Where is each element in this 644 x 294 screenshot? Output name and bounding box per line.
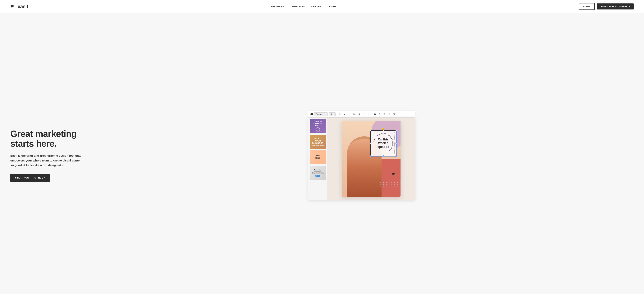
dot-decoration (400, 182, 400, 183)
template-panel: Join us for VINYASAYOGA BUILDYOURBUSINES… (308, 118, 327, 200)
editor-toolbar: Poppins 40 B I U Aa S ≡ ↕ 📷 ◎ ↻ A ⧉ (308, 111, 415, 118)
login-button[interactable]: LOGIN (579, 3, 595, 10)
logo[interactable]: easil (10, 4, 28, 9)
canvas-main: LISTEN & SUBSCRIBE • LISTEN & SUBSCRIBE … (327, 118, 415, 200)
dot-decoration (400, 186, 400, 186)
dot-decoration (388, 182, 390, 183)
hero-section: Great marketing starts here. Easil is th… (0, 13, 644, 294)
dot-decoration (383, 182, 384, 183)
template-yoga[interactable]: Join us for VINYASAYOGA (310, 119, 326, 133)
dot-decoration (388, 186, 390, 186)
logo-text: easil (18, 4, 28, 9)
copy-button[interactable]: ⧉ (392, 112, 396, 116)
dot-decoration (386, 186, 387, 186)
nav-pricing[interactable]: PRICING (311, 5, 321, 8)
italic-button[interactable]: I (343, 112, 346, 116)
navbar: easil FEATURES TEMPLATES PRICING LEARN L… (0, 0, 644, 13)
hero-copy: Great marketing starts here. Easil is th… (10, 129, 83, 182)
underline-button[interactable]: U (348, 112, 351, 116)
dot-decoration (380, 182, 381, 183)
hero-description: Easil is the drag-and-drop graphic desig… (10, 153, 83, 167)
strikethrough-button[interactable]: S (357, 112, 361, 116)
dot-decoration (400, 184, 400, 185)
font-case-button[interactable]: Aa (352, 112, 356, 116)
bold-button[interactable]: B (338, 112, 342, 116)
dot-decoration (397, 186, 398, 186)
lock-icon-badge[interactable]: 🔒 (381, 127, 384, 130)
font-size-input[interactable]: 40 (329, 112, 336, 116)
dot-decoration (383, 186, 384, 186)
template-business[interactable]: BUILDYOURBUSINESS ENTREPRENEURSHIP (310, 135, 326, 149)
instagram-button[interactable]: 📷 (373, 112, 377, 116)
editor-canvas: Join us for VINYASAYOGA BUILDYOURBUSINES… (308, 118, 415, 200)
background-dots-decoration: // dots rendered below (380, 182, 402, 186)
nav-features[interactable]: FEATURES (271, 5, 284, 8)
hero-cta-button[interactable]: START NOW - IT'S FREE > (10, 174, 50, 182)
badge-main-text: On this week's episode (378, 138, 389, 149)
strikethrough2-button[interactable]: A (388, 112, 391, 116)
dot-decoration (386, 184, 387, 185)
dot-decoration (394, 182, 395, 183)
dot-decoration (388, 184, 390, 185)
dot-decoration (386, 182, 387, 183)
font-selector[interactable]: Poppins (314, 112, 328, 116)
nav-cta-button[interactable]: START NOW - IT'S FREE! › (597, 3, 634, 9)
dot-decoration (380, 186, 381, 186)
dot-decoration (391, 184, 392, 185)
hero-title: Great marketing starts here. (10, 129, 83, 148)
dot-decoration (383, 184, 384, 185)
dot-decoration (397, 182, 398, 183)
nav-links: FEATURES TEMPLATES PRICING LEARN (271, 5, 336, 8)
spacing-button[interactable]: ↕ (367, 112, 371, 116)
dot-decoration (394, 184, 395, 185)
template-ways[interactable]: WAYSGET NECUSTO (310, 150, 326, 164)
color-picker-dot[interactable] (310, 113, 313, 115)
logo-icon (10, 4, 16, 9)
editor-mockup-container: Poppins 40 B I U Aa S ≡ ↕ 📷 ◎ ↻ A ⧉ (90, 111, 634, 200)
rotate-button[interactable]: ↻ (382, 112, 386, 116)
circle-button[interactable]: ◎ (378, 112, 382, 116)
dot-decoration (397, 184, 398, 185)
svg-rect-1 (12, 5, 14, 7)
nav-learn[interactable]: LEARN (328, 5, 336, 8)
nav-actions: LOGIN START NOW - IT'S FREE! › (579, 3, 634, 10)
dot-decoration (380, 184, 381, 185)
nav-templates[interactable]: TEMPLATES (290, 5, 305, 8)
badge-inner: On this week's episode (376, 136, 390, 150)
dot-decoration (394, 186, 395, 186)
align-button[interactable]: ≡ (362, 112, 366, 116)
dot-decoration (391, 186, 392, 186)
dot-decoration (391, 182, 392, 183)
card-text-badge[interactable]: LISTEN & SUBSCRIBE • LISTEN & SUBSCRIBE … (370, 130, 396, 156)
template-reminder[interactable]: Reminder This is to let you know about y… (310, 166, 326, 180)
editor-mockup: Poppins 40 B I U Aa S ≡ ↕ 📷 ◎ ↻ A ⧉ (308, 111, 415, 200)
